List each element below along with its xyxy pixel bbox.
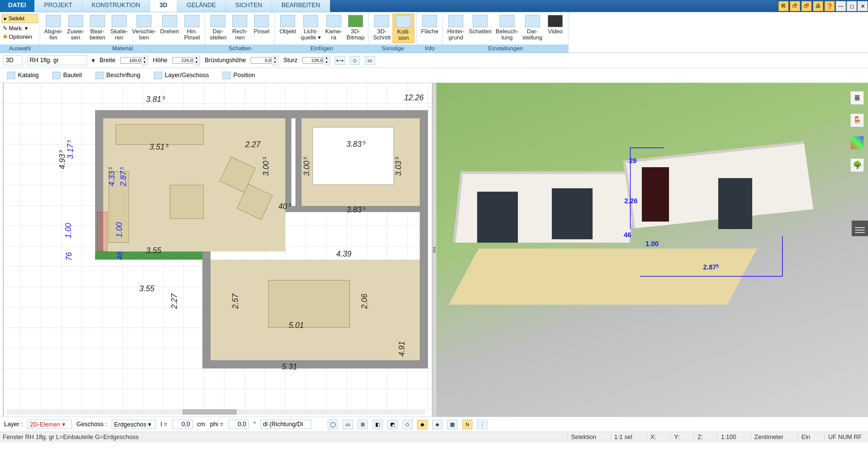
window-close-icon[interactable]: ✕	[857, 1, 868, 11]
hin-pinsel-button[interactable]: Hin. Pinsel	[181, 14, 203, 43]
hintergrund-button[interactable]: Hinter- grund	[445, 14, 467, 43]
book-icon	[7, 72, 15, 79]
menu-tab-gelaende[interactable]: GELÄNDE	[177, 0, 226, 12]
mark-dropdown[interactable]: ✎Mark.▾	[1, 24, 39, 33]
video-button[interactable]: Video	[544, 14, 566, 43]
selekt-button[interactable]: ▸Selekt	[2, 14, 38, 23]
colors-tool-icon[interactable]	[850, 136, 864, 150]
menu-spacer	[330, 0, 778, 12]
l-input[interactable]	[172, 420, 193, 429]
quick-tool-3-icon[interactable]: 🗗	[801, 1, 812, 11]
sturz-spinner[interactable]: ▲▼	[323, 56, 330, 65]
2d-view[interactable]: 3.81⁵ 12.26	[0, 83, 432, 417]
zuweisen-button[interactable]: Zuwei- sen	[65, 14, 87, 43]
skalieren-button[interactable]: Skalie- ren	[108, 14, 130, 43]
quick-tool-4-icon[interactable]: 🖶	[813, 1, 823, 11]
pane-splitter[interactable]	[432, 83, 436, 417]
dim-303: 3.03⁵	[394, 158, 403, 176]
status-unit: Zentimeter	[751, 434, 787, 441]
sb-icon-4[interactable]: ◧	[373, 420, 383, 429]
sb-icon-7[interactable]: ◆	[417, 420, 428, 429]
sb-icon-6[interactable]: ◇	[402, 420, 413, 429]
tree-tool-icon[interactable]: 🌳	[850, 158, 864, 172]
menu-tab-konstruktion[interactable]: KONSTRUKTION	[82, 0, 150, 12]
darstellung-button[interactable]: Dar- stellung	[521, 14, 545, 43]
flaeche-button[interactable]: Fläche	[419, 14, 440, 43]
sb-icon-3[interactable]: ⊞	[358, 420, 368, 429]
status-z: Z:	[694, 434, 706, 441]
position-button[interactable]: Position	[219, 70, 259, 81]
dim-sel100: 1.00	[115, 222, 124, 238]
furniture-tool-icon[interactable]: 🪑	[850, 114, 864, 127]
sb-icon-5[interactable]: ◩	[387, 420, 398, 429]
geschoss-select[interactable]	[112, 420, 156, 429]
element-field[interactable]	[27, 55, 87, 65]
breite-input[interactable]	[120, 57, 141, 64]
bulb-icon	[303, 15, 318, 27]
collapse-panel-icon[interactable]	[852, 221, 868, 236]
layer-select[interactable]	[28, 420, 72, 429]
verschieben-button[interactable]: Verschie- ben	[130, 14, 158, 43]
phi-label: phi =	[210, 421, 224, 428]
beleuchtung-button[interactable]: Beleuch- tung	[494, 14, 521, 43]
scrollbar-h[interactable]	[7, 409, 425, 415]
3d-bitmap-button[interactable]: 3D- Bitmap	[345, 14, 367, 43]
sb-icon-9[interactable]: ▦	[447, 420, 457, 429]
menu-tab-3d[interactable]: 3D	[150, 0, 177, 12]
quick-tool-1-icon[interactable]: 🛠	[778, 1, 789, 11]
mode-field[interactable]	[3, 55, 22, 65]
move-icon	[137, 15, 151, 27]
sb-icon-1[interactable]: ◯	[328, 420, 338, 429]
bottom-toolbar: Layer : Geschoss : l = cm phi = ° ◯ ▭ ⊞ …	[0, 417, 868, 432]
darstellen-button[interactable]: Dar- stellen	[207, 14, 229, 43]
katalog-button[interactable]: Katalog	[3, 70, 42, 81]
bruestung-input[interactable]	[251, 57, 272, 64]
dim-sel287: 2.87⁵	[119, 168, 128, 186]
direction-select[interactable]	[260, 420, 311, 429]
quick-tool-2-icon[interactable]: 🗗	[790, 1, 800, 11]
dropdown-icon[interactable]: ▾	[92, 57, 95, 64]
drehen-button[interactable]: Drehen	[158, 14, 181, 43]
beschriftung-button[interactable]: Beschriftung	[92, 70, 144, 81]
bruestung-spinner[interactable]: ▲▼	[272, 56, 278, 65]
breite-spinner[interactable]: ▲▼	[141, 56, 148, 65]
abgreifen-button[interactable]: Abgrei- fen	[42, 14, 65, 43]
dim-b227: 2.27	[170, 294, 179, 309]
menu-tab-bearbeiten[interactable]: BEARBEITEN	[272, 0, 330, 12]
layer-label: Layer :	[4, 421, 23, 428]
3d-window-3	[718, 178, 752, 229]
breite-label: Breite	[100, 57, 115, 64]
kamera-button[interactable]: Kame- ra	[323, 14, 345, 43]
help-icon[interactable]: ❓	[825, 1, 835, 11]
selected-window[interactable]	[97, 212, 107, 251]
rechnen-button[interactable]: Rech- nen	[229, 14, 251, 43]
sb-icon-10[interactable]: N	[462, 420, 472, 429]
menu-tab-sichten[interactable]: SICHTEN	[226, 0, 272, 12]
menu-tab-datei[interactable]: DATEI	[0, 0, 35, 12]
bauteil-button[interactable]: Bauteil	[49, 70, 86, 81]
hoehe-spinner[interactable]: ▲▼	[193, 56, 200, 65]
objekt-button[interactable]: Objekt	[277, 14, 299, 43]
layer-button[interactable]: Layer/Geschoss	[150, 70, 213, 81]
window-minimize-icon[interactable]: —	[836, 1, 846, 11]
schatten-button[interactable]: Schatten	[467, 14, 493, 43]
kollision-button[interactable]: Kolli- sion	[393, 14, 414, 43]
window-maximize-icon[interactable]: ◻	[847, 1, 857, 11]
bearbeiten-button[interactable]: Bear- beiten	[87, 14, 108, 43]
menu-tab-projekt[interactable]: PROJEKT	[35, 0, 82, 12]
sb-icon-2[interactable]: ▭	[343, 420, 353, 429]
layers-tool-icon[interactable]: ≣	[850, 91, 864, 105]
extra-icon-1[interactable]: ⟷	[335, 56, 345, 65]
sb-icon-11[interactable]: ⋮	[477, 420, 487, 429]
3d-schnitt-button[interactable]: 3D- Schnitt	[371, 14, 393, 43]
3d-view[interactable]: 29 2.26 46 1.00 2.87⁵ ≣ 🪑 🌳	[436, 83, 868, 417]
hoehe-input[interactable]	[172, 57, 193, 64]
sturz-input[interactable]	[302, 57, 323, 64]
phi-input[interactable]	[228, 420, 249, 429]
extra-icon-3[interactable]: ▭	[365, 56, 375, 65]
lichtquelle-button[interactable]: Licht- quelle ▾	[299, 14, 323, 43]
pinsel-button[interactable]: Pinsel	[251, 14, 272, 43]
sb-icon-8[interactable]: ◈	[432, 420, 442, 429]
extra-icon-2[interactable]: ◇	[350, 56, 360, 65]
optionen-button[interactable]: ✚Optionen	[1, 33, 39, 41]
